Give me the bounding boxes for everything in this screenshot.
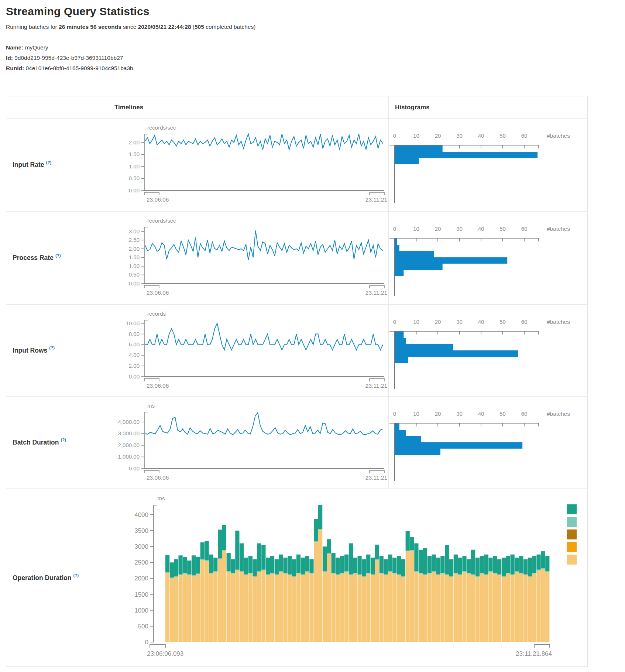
svg-text:2.00: 2.00 <box>129 363 140 369</box>
svg-text:0: 0 <box>393 226 396 232</box>
input-rate-timeline-cell: records/sec2.001.501.000.500.0023:06:062… <box>108 119 389 212</box>
svg-text:23:11:21: 23:11:21 <box>365 196 387 203</box>
svg-text:30: 30 <box>456 226 463 232</box>
svg-text:1.50: 1.50 <box>129 254 140 260</box>
row-label-batch-duration: Batch Duration(?) <box>6 397 108 488</box>
operation-duration-svg: ms4000350030002500200015001000500023:06:… <box>108 488 587 666</box>
query-name-value: myQuery <box>25 44 48 51</box>
svg-text:23:11:21: 23:11:21 <box>365 474 387 481</box>
svg-text:23:06:06: 23:06:06 <box>147 383 169 389</box>
svg-text:#batches: #batches <box>547 226 570 232</box>
svg-text:10: 10 <box>413 133 419 139</box>
row-label-operation-duration: Operation Duration(?) <box>6 488 108 667</box>
process-rate-timeline-chart: records/sec3.002.502.001.501.000.500.002… <box>108 212 388 305</box>
query-id-line: Id: 9d0dd219-995d-423e-b97d-36931110bb27 <box>6 55 133 61</box>
row-label-input-rate: Input Rate(?) <box>6 119 108 212</box>
svg-text:60: 60 <box>521 133 528 139</box>
svg-text:records: records <box>147 311 166 317</box>
svg-text:2.50: 2.50 <box>129 237 140 243</box>
svg-text:50: 50 <box>499 411 506 417</box>
svg-text:50: 50 <box>499 319 506 325</box>
operation-duration-chart-cell: ms4000350030002500200015001000500023:06:… <box>108 488 588 667</box>
histogram-svg: 0102030405060#batches <box>389 305 587 397</box>
start-time: 2020/05/21 22:44:28 <box>138 24 191 30</box>
batch-duration-timeline-cell: ms4,000.003,000.002,000.001,000.000.0023… <box>108 397 389 488</box>
input-rate-histogram-chart: 0102030405060#batches <box>389 119 588 212</box>
legend-swatch-3 <box>567 529 577 539</box>
statistics-table: Timelines Histograms Input Rate(?) recor… <box>6 96 588 667</box>
svg-text:2.00: 2.00 <box>129 139 140 145</box>
svg-text:50: 50 <box>499 133 506 139</box>
legend-swatch-2 <box>567 517 577 527</box>
svg-text:1,000.00: 1,000.00 <box>118 453 140 460</box>
input-rows-help-icon[interactable]: (?) <box>49 346 55 350</box>
svg-text:#batches: #batches <box>547 133 570 139</box>
svg-text:40: 40 <box>478 226 484 232</box>
query-id-value: 9d0dd219-995d-423e-b97d-36931110bb27 <box>14 55 123 61</box>
since-text: since <box>121 24 138 30</box>
completed-count: 505 <box>195 24 204 30</box>
svg-text:40: 40 <box>478 411 484 417</box>
svg-text:23:06:06: 23:06:06 <box>147 289 169 296</box>
completed-suffix: completed batches) <box>204 24 256 30</box>
svg-text:3500: 3500 <box>134 527 148 534</box>
svg-text:3.00: 3.00 <box>129 228 140 234</box>
svg-text:40: 40 <box>478 319 484 325</box>
svg-text:records/sec: records/sec <box>147 217 176 224</box>
input-rows-histogram-cell: 0102030405060#batches <box>389 305 588 397</box>
svg-text:10.00: 10.00 <box>126 320 140 326</box>
input-rate-timeline-chart: records/sec2.001.501.000.500.0023:06:062… <box>108 119 388 212</box>
svg-text:1.00: 1.00 <box>129 163 140 169</box>
timeline-svg: records/sec3.002.502.001.501.000.500.002… <box>108 212 388 304</box>
operation-duration-help-icon[interactable]: (?) <box>73 573 79 577</box>
svg-text:50: 50 <box>499 226 506 232</box>
svg-text:4,000.00: 4,000.00 <box>118 419 140 425</box>
process-rate-timeline-cell: records/sec3.002.502.001.501.000.500.002… <box>108 212 389 305</box>
timeline-svg: records/sec2.001.501.000.500.0023:06:062… <box>108 119 388 211</box>
svg-text:0: 0 <box>145 639 148 646</box>
svg-text:2500: 2500 <box>134 559 148 566</box>
svg-text:30: 30 <box>456 319 463 325</box>
input-rate-help-icon[interactable]: (?) <box>46 160 52 165</box>
legend-swatch-4 <box>567 542 577 552</box>
svg-text:10: 10 <box>413 226 419 232</box>
batch-duration-histogram-chart: 0102030405060#batches <box>389 397 588 488</box>
svg-text:20: 20 <box>435 133 441 139</box>
svg-text:0: 0 <box>393 319 396 325</box>
legend-swatch-5 <box>567 555 577 565</box>
batch-duration-timeline-chart: ms4,000.003,000.002,000.001,000.000.0023… <box>108 397 388 488</box>
svg-text:2,000.00: 2,000.00 <box>118 442 140 448</box>
svg-text:2000: 2000 <box>134 575 148 582</box>
batch-duration-help-icon[interactable]: (?) <box>61 438 66 442</box>
row-label-input-rows: Input Rows(?) <box>6 305 108 397</box>
svg-text:0.50: 0.50 <box>129 175 140 181</box>
svg-text:23:11:21: 23:11:21 <box>365 289 387 296</box>
svg-text:3,000.00: 3,000.00 <box>118 430 140 436</box>
running-batches-summary: Running batches for 26 minutes 56 second… <box>6 24 255 30</box>
svg-text:8.00: 8.00 <box>129 331 140 337</box>
svg-text:0: 0 <box>393 133 396 139</box>
input-rows-histogram-chart: 0102030405060#batches <box>389 305 588 397</box>
process-rate-histogram-cell: 0102030405060#batches <box>389 212 588 305</box>
batch-duration-histogram-cell: 0102030405060#batches <box>389 397 588 488</box>
svg-text:1000: 1000 <box>134 607 148 614</box>
svg-text:60: 60 <box>521 319 528 325</box>
header-empty-cell <box>6 96 108 119</box>
svg-text:20: 20 <box>435 319 441 325</box>
svg-text:20: 20 <box>435 226 441 232</box>
svg-text:23:06:06.093: 23:06:06.093 <box>147 650 183 657</box>
input-rate-histogram-cell: 0102030405060#batches <box>389 119 588 212</box>
svg-text:23:11:21: 23:11:21 <box>365 383 387 389</box>
histogram-svg: 0102030405060#batches <box>389 119 587 211</box>
timeline-svg: records10.008.006.004.002.000.0023:06:06… <box>108 305 388 397</box>
query-name-line: Name: myQuery <box>6 44 133 51</box>
query-id-label: Id: <box>6 55 13 61</box>
svg-text:30: 30 <box>456 411 463 417</box>
svg-text:ms: ms <box>157 495 165 501</box>
histogram-svg: 0102030405060#batches <box>389 397 587 488</box>
process-rate-histogram-chart: 0102030405060#batches <box>389 212 588 305</box>
svg-text:#batches: #batches <box>547 319 570 325</box>
svg-text:4.00: 4.00 <box>129 352 140 358</box>
svg-text:3000: 3000 <box>134 543 148 550</box>
process-rate-help-icon[interactable]: (?) <box>55 253 61 258</box>
